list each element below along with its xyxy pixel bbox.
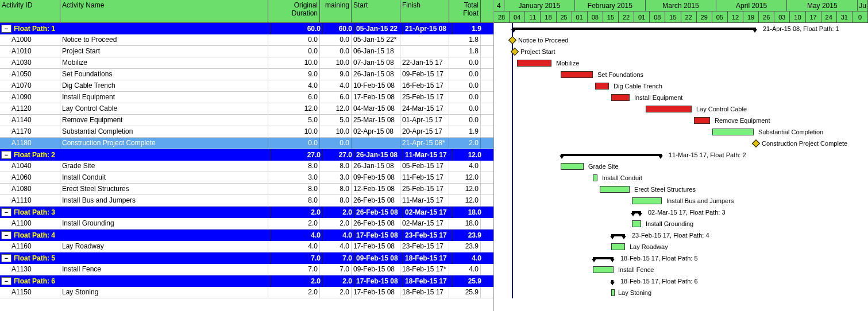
col-start[interactable]: Start [352, 0, 400, 22]
activity-bar[interactable] [561, 163, 584, 170]
activity-row[interactable]: A1000Notice to Proceed0.00.005-Jan-15 22… [0, 34, 493, 46]
activity-row[interactable]: A1050Set Foundations9.09.026-Jan-15 0809… [0, 69, 493, 80]
cell-name: Substantial Completion [60, 126, 268, 137]
activity-row[interactable]: A1010Project Start0.00.006-Jan-15 181.8 [0, 46, 493, 57]
gantt-activity-row: Erect Steel Structures [494, 184, 868, 195]
activity-row[interactable]: A1170Substantial Completion10.010.002-Ap… [0, 126, 493, 138]
critical-bar[interactable] [595, 83, 609, 90]
activity-bar[interactable] [632, 197, 662, 204]
gantt-activity-row: Project Start [494, 46, 868, 57]
col-original-duration[interactable]: Original Duration [268, 0, 320, 22]
gantt-activity-row: Lay Roadway [494, 241, 868, 252]
col-total-float[interactable]: Total Float [449, 0, 481, 22]
cell-name: Install Bus and Jumpers [60, 195, 268, 206]
cell-rem: 10.0 [320, 57, 352, 68]
group-row[interactable]: −Float Path: 44.04.017-Feb-15 0823-Feb-1… [0, 230, 493, 241]
activity-grid[interactable]: Activity ID Activity Name Original Durat… [0, 0, 494, 311]
cell-name: Install Grounding [60, 218, 268, 229]
activity-bar[interactable] [611, 289, 615, 296]
group-row[interactable]: −Float Path: 227.027.026-Jan-15 0811-Mar… [0, 149, 493, 161]
grid-header: Activity ID Activity Name Original Durat… [0, 0, 493, 23]
activity-row[interactable]: A1180Construction Project Complete0.00.0… [0, 138, 493, 149]
group-float: 4.0 [452, 252, 483, 264]
critical-bar[interactable] [611, 94, 630, 101]
cell-rem: 4.0 [320, 241, 352, 252]
group-float: 18.0 [452, 207, 483, 218]
bar-label: Dig Cable Trench [614, 80, 662, 92]
group-start: 17-Feb-15 08 [354, 275, 403, 287]
gantt-chart[interactable]: 4January 2015February 2015March 2015Apri… [494, 0, 868, 311]
cell-id: A1180 [0, 138, 60, 149]
collapse-icon[interactable]: − [1, 208, 11, 216]
activity-row[interactable]: A1110Install Bus and Jumpers8.08.026-Feb… [0, 195, 493, 207]
bar-label: Install Fence [618, 264, 654, 275]
group-row[interactable]: −Float Path: 57.07.009-Feb-15 0818-Feb-1… [0, 252, 493, 264]
activity-row[interactable]: A1120Lay Control Cable12.012.004-Mar-15 … [0, 103, 493, 115]
critical-bar[interactable] [517, 60, 551, 67]
summary-bar[interactable] [561, 154, 662, 156]
col-remaining[interactable]: maining [320, 0, 352, 22]
group-finish: 02-Mar-15 17 [403, 207, 452, 218]
summary-bar[interactable] [611, 280, 614, 282]
activity-bar[interactable] [611, 243, 625, 250]
cell-float: 2.0 [449, 138, 481, 149]
activity-row[interactable]: A1030Mobilize10.010.007-Jan-15 0822-Jan-… [0, 57, 493, 69]
milestone-icon[interactable] [511, 48, 519, 56]
critical-bar[interactable] [694, 117, 710, 124]
activity-row[interactable]: A1070Dig Cable Trench4.04.010-Feb-15 081… [0, 80, 493, 92]
activity-row[interactable]: A1090Install Equipment6.06.017-Feb-15 08… [0, 92, 493, 103]
summary-bar[interactable] [593, 257, 614, 259]
activity-bar[interactable] [632, 220, 641, 227]
cell-rem: 4.0 [320, 80, 352, 91]
group-row[interactable]: −Float Path: 32.02.026-Feb-15 0802-Mar-1… [0, 207, 493, 218]
cell-od: 8.0 [268, 161, 320, 172]
cell-rem: 12.0 [320, 103, 352, 114]
cell-finish: 20-Apr-15 17 [400, 126, 449, 137]
activity-bar[interactable] [712, 129, 754, 135]
activity-bar[interactable] [593, 266, 614, 273]
cell-id: A1120 [0, 103, 60, 114]
milestone-icon[interactable] [752, 139, 760, 147]
cell-finish: 16-Feb-15 17 [400, 80, 449, 91]
grid-body: −Float Path: 160.060.005-Jan-15 2221-Apr… [0, 23, 493, 298]
activity-row[interactable]: A1040Grade Site8.08.026-Jan-15 0805-Feb-… [0, 161, 493, 172]
collapse-icon[interactable]: − [1, 254, 11, 262]
cell-finish: 01-Apr-15 17 [400, 115, 449, 126]
cell-name: Install Conduit [60, 172, 268, 183]
collapse-icon[interactable]: − [1, 231, 11, 239]
group-float: 1.9 [452, 23, 483, 34]
group-row[interactable]: −Float Path: 62.02.017-Feb-15 0818-Feb-1… [0, 275, 493, 287]
activity-row[interactable]: A1080Erect Steel Structures8.08.012-Feb-… [0, 184, 493, 195]
cell-name: Lay Control Cable [60, 103, 268, 114]
col-activity-name[interactable]: Activity Name [60, 0, 268, 22]
activity-row[interactable]: A1160Lay Roadway4.04.017-Feb-15 0823-Feb… [0, 241, 493, 252]
activity-bar[interactable] [600, 186, 630, 193]
activity-row[interactable]: A1060Install Conduit3.03.009-Feb-15 0811… [0, 172, 493, 184]
activity-row[interactable]: A1150Lay Stoning2.02.017-Feb-15 0818-Feb… [0, 287, 493, 298]
group-finish: 11-Mar-15 17 [403, 149, 452, 161]
group-name: Float Path: 6 [13, 277, 271, 285]
collapse-icon[interactable]: − [1, 151, 11, 159]
summary-bar[interactable] [512, 28, 756, 30]
activity-bar[interactable] [593, 174, 597, 181]
collapse-icon[interactable]: − [1, 25, 11, 33]
col-activity-id[interactable]: Activity ID [0, 0, 60, 22]
bar-label: Lay Stoning [618, 287, 651, 298]
bar-label: Erect Steel Structures [634, 184, 696, 195]
cell-rem: 8.0 [320, 195, 352, 206]
activity-row[interactable]: A1140Remove Equipment5.05.025-Mar-15 080… [0, 115, 493, 126]
group-row[interactable]: −Float Path: 160.060.005-Jan-15 2221-Apr… [0, 23, 493, 34]
critical-bar[interactable] [561, 71, 593, 78]
activity-row[interactable]: A1100Install Grounding2.02.026-Feb-15 08… [0, 218, 493, 230]
summary-bar[interactable] [632, 211, 641, 213]
summary-bar[interactable] [611, 234, 625, 236]
cell-start: 26-Jan-15 08 [352, 161, 400, 172]
cell-float: 0.0 [449, 103, 481, 114]
cell-float: 4.0 [449, 161, 481, 172]
milestone-icon[interactable] [508, 36, 516, 44]
critical-bar[interactable] [646, 106, 692, 112]
collapse-icon[interactable]: − [1, 277, 11, 285]
col-finish[interactable]: Finish [400, 0, 449, 22]
activity-row[interactable]: A1130Install Fence7.07.009-Feb-15 0818-F… [0, 264, 493, 275]
bar-label: Notice to Proceed [518, 34, 568, 46]
